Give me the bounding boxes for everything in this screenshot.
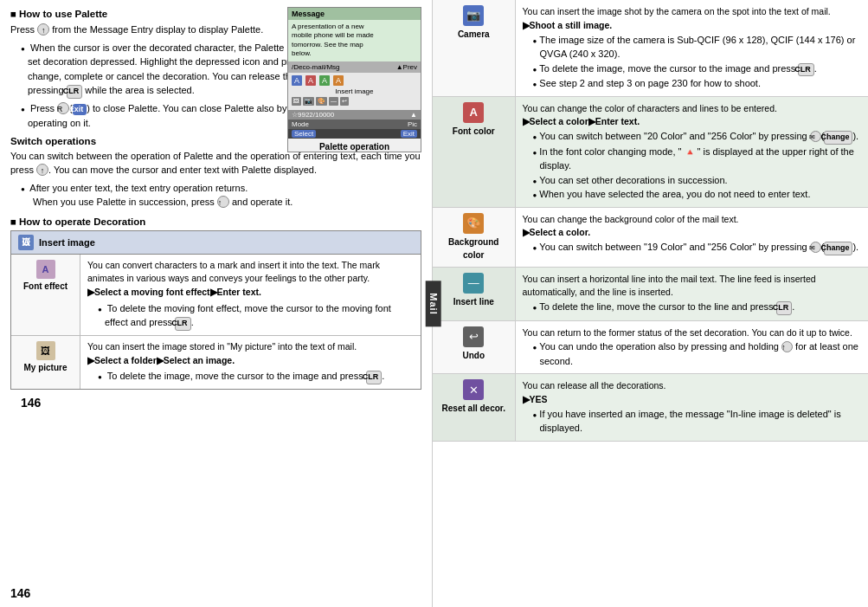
bg-color-bullet1: You can switch between "19 Color" and "2… [530, 240, 862, 255]
camera-icon: 📷 [463, 5, 484, 26]
reset-decor-icon-cell: ✕ Reset all decor. [433, 374, 515, 442]
insert-line-content: You can insert a horizontal line into th… [515, 267, 868, 320]
my-picture-bullet: To delete the image, move the cursor to … [94, 369, 414, 384]
insert-image-title: Insert image [39, 237, 95, 248]
my-picture-row: 🖼 My picture You can insert the image st… [11, 336, 421, 389]
insert-line-icon: — [463, 273, 484, 294]
bg-color-content: You can change the background color of t… [515, 207, 868, 267]
undo-label: Undo [462, 349, 485, 362]
font-color-icon: A [463, 102, 484, 123]
section3: How to operate Decoration 🖼 Insert image… [10, 216, 421, 390]
phone-title: Message [292, 10, 325, 18]
font-color-row: A Font color You can change the color of… [433, 96, 868, 207]
font-color-label: Font color [453, 125, 495, 138]
reset-decor-content: You can release all the decorations. ▶YE… [515, 374, 868, 442]
font-effect-label: Font effect [23, 281, 68, 291]
phone-line2: mobile phone will be made [292, 31, 417, 40]
insert-line-label: Insert line [453, 295, 494, 308]
insert-line-main: You can insert a horizontal line into th… [523, 274, 816, 298]
insert-line-icon-cell: — Insert line [433, 267, 515, 320]
camera-main: You can insert the image shot by the cam… [523, 6, 831, 16]
phone-screenshot: Message A presentation of a new mobile p… [287, 7, 421, 152]
camera-bullet3: See step 2 and step 3 on page 230 for ho… [530, 76, 862, 91]
section3-title: How to operate Decoration [10, 216, 421, 227]
reset-decor-main: You can release all the decorations. [523, 380, 666, 391]
phone-deco-header: /Deco-mail/Msg ▲Prev [288, 61, 421, 73]
reset-decor-bullet1: If you have inserted an image, the messa… [530, 407, 862, 436]
right-panel: 📷 Camera You can insert the image shot b… [433, 0, 868, 607]
reset-decor-icon: ✕ [463, 379, 484, 400]
reset-decor-label: Reset all decor. [442, 402, 505, 415]
reset-decor-arrow: ▶YES [523, 394, 548, 404]
left-panel: Message A presentation of a new mobile p… [0, 0, 433, 607]
undo-icon: ↩ [463, 326, 484, 347]
bg-color-main: You can change the background color of t… [523, 214, 739, 224]
camera-bullet2: To delete the image, move the cursor to … [530, 61, 862, 77]
camera-row: 📷 Camera You can insert the image shot b… [433, 0, 868, 96]
insert-image-header: 🖼 Insert image [11, 231, 421, 255]
font-color-icon-cell: A Font color [433, 96, 515, 207]
para2: You can switch between the operation of … [10, 149, 421, 178]
phone-bottom: Select Exit [288, 129, 421, 139]
phone-line1: A presentation of a new [292, 23, 417, 31]
phone-status: ☆9922/10000 ▲ [288, 110, 421, 119]
phone-caption: Palette operation [288, 142, 421, 152]
camera-bullet1: The image size of the camera is Sub-QCIF… [530, 33, 862, 61]
bullet2-1: After you enter text, the text entry ope… [17, 181, 421, 210]
bg-color-label: Background color [440, 236, 508, 262]
reset-decor-row: ✕ Reset all decor. You can release all t… [433, 374, 868, 442]
my-picture-main: You can insert the image stored in "My p… [87, 341, 357, 352]
right-table: 📷 Camera You can insert the image shot b… [433, 0, 868, 442]
undo-main: You can return to the former status of t… [523, 327, 852, 338]
font-color-bullet4: When you have selected the area, you do … [530, 187, 862, 202]
camera-arrow: ▶Shoot a still image. [523, 20, 613, 30]
undo-content: You can return to the former status of t… [515, 320, 868, 374]
font-effect-row: A Font effect You can convert characters… [11, 255, 421, 336]
font-effect-content: You can convert characters to a mark and… [80, 255, 421, 335]
mail-tab: Mail [425, 281, 440, 326]
insert-line-row: — Insert line You can insert a horizonta… [433, 267, 868, 320]
bg-color-icon: 🎨 [463, 213, 484, 234]
bg-color-arrow: ▶Select a color. [523, 227, 591, 237]
camera-content: You can insert the image shot by the cam… [515, 0, 868, 96]
font-effect-arrow: ▶Select a moving font effect▶Enter text. [87, 287, 261, 297]
phone-header: Message [288, 8, 421, 20]
camera-label: Camera [458, 28, 490, 41]
font-effect-bullet: To delete the moving font effect, move t… [94, 301, 414, 331]
bg-color-icon-cell: 🎨 Background color [433, 207, 515, 267]
my-picture-icon-cell: 🖼 My picture [11, 336, 80, 389]
insert-line-bullet1: To delete the line, move the cursor to t… [530, 300, 862, 315]
font-effect-icon-cell: A Font effect [11, 255, 80, 335]
undo-bullet1: You can undo the operation also by press… [530, 339, 862, 368]
font-color-bullet1: You can switch between "20 Color" and "2… [530, 129, 862, 145]
my-picture-label: My picture [23, 363, 67, 372]
my-picture-icon: 🖼 [36, 341, 55, 360]
bg-color-row: 🎨 Background color You can change the ba… [433, 207, 868, 267]
phone-deco-area: A A A A Insert image 🖼 📷 🎨 — ↩ [288, 73, 421, 110]
insert-image-icon: 🖼 [18, 235, 34, 250]
undo-row: ↩ Undo You can return to the former stat… [433, 320, 868, 374]
insert-image-table: 🖼 Insert image A Font effect You can con… [10, 230, 421, 390]
font-effect-main: You can convert characters to a mark and… [87, 260, 380, 284]
phone-line4: below. [292, 49, 417, 58]
phone-menu: Mode Pic [288, 119, 421, 129]
font-color-arrow: ▶Select a color▶Enter text. [523, 116, 640, 126]
page-number-display: 146 [10, 586, 30, 600]
font-color-main: You can change the color of characters a… [523, 103, 777, 113]
my-picture-arrow: ▶Select a folder▶Select an image. [87, 355, 235, 365]
font-color-content: You can change the color of characters a… [515, 96, 868, 207]
font-effect-icon: A [36, 260, 55, 279]
font-color-bullet2: In the font color changing mode, " 🔺 " i… [530, 145, 862, 173]
font-color-bullet3: You can set other decorations in success… [530, 173, 862, 188]
camera-icon-cell: 📷 Camera [433, 0, 515, 96]
phone-body: A presentation of a new mobile phone wil… [288, 20, 421, 61]
undo-icon-cell: ↩ Undo [433, 320, 515, 374]
my-picture-content: You can insert the image stored in "My p… [80, 336, 421, 389]
phone-line3: tomorrow. See the map [292, 41, 417, 49]
page-number: 146 [21, 396, 432, 410]
